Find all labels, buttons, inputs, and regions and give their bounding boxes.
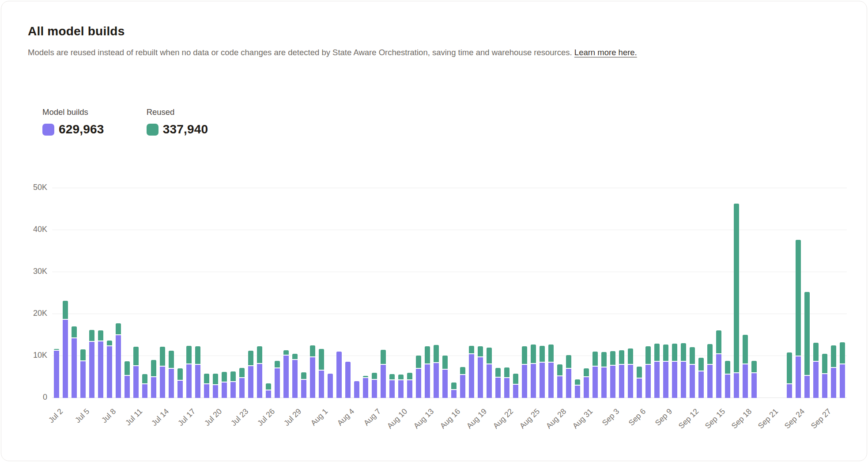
stacked-bar[interactable] xyxy=(292,354,298,398)
bar-segment-reused[interactable] xyxy=(725,361,730,374)
stacked-bar[interactable] xyxy=(266,383,271,398)
bar-segment-builds[interactable] xyxy=(531,364,536,398)
stacked-bar[interactable] xyxy=(80,349,86,398)
bar-segment-builds[interactable] xyxy=(292,360,298,398)
bar-segment-reused[interactable] xyxy=(504,367,509,377)
bar-segment-builds[interactable] xyxy=(222,382,227,398)
bar-segment-reused[interactable] xyxy=(89,330,94,341)
bar-segment-builds[interactable] xyxy=(125,376,130,398)
bar-segment-builds[interactable] xyxy=(451,390,457,398)
bar-segment-reused[interactable] xyxy=(813,343,819,361)
bar-segment-reused[interactable] xyxy=(266,383,271,390)
bar-segment-builds[interactable] xyxy=(416,369,421,398)
bar-segment-builds[interactable] xyxy=(107,346,112,398)
bar-segment-builds[interactable] xyxy=(637,379,642,398)
bar-segment-builds[interactable] xyxy=(654,362,660,398)
bar-segment-builds[interactable] xyxy=(398,380,404,398)
learn-more-link[interactable]: Learn more here. xyxy=(574,48,637,57)
stacked-bar[interactable] xyxy=(548,345,554,398)
stacked-bar[interactable] xyxy=(328,374,333,398)
bar-segment-reused[interactable] xyxy=(186,346,192,364)
bar-segment-reused[interactable] xyxy=(372,373,377,379)
bar-segment-reused[interactable] xyxy=(319,349,324,370)
bar-segment-builds[interactable] xyxy=(804,376,810,398)
bar-segment-reused[interactable] xyxy=(310,345,315,356)
bar-segment-reused[interactable] xyxy=(398,375,404,379)
bar-segment-builds[interactable] xyxy=(381,365,386,398)
bar-segment-reused[interactable] xyxy=(442,356,448,369)
bar-segment-builds[interactable] xyxy=(513,385,518,398)
bar-segment-reused[interactable] xyxy=(601,352,607,367)
bar-segment-builds[interactable] xyxy=(787,384,792,398)
bar-segment-builds[interactable] xyxy=(707,365,713,398)
bar-segment-builds[interactable] xyxy=(72,338,77,398)
stacked-bar[interactable] xyxy=(125,361,130,398)
bar-segment-reused[interactable] xyxy=(107,341,112,345)
bar-segment-builds[interactable] xyxy=(177,381,183,398)
stacked-bar[interactable] xyxy=(398,375,404,398)
bar-segment-builds[interactable] xyxy=(840,364,845,398)
stacked-bar[interactable] xyxy=(230,371,236,398)
bar-segment-reused[interactable] xyxy=(301,372,306,379)
bar-segment-builds[interactable] xyxy=(796,356,801,398)
bar-segment-builds[interactable] xyxy=(204,384,209,398)
bar-segment-reused[interactable] xyxy=(796,240,801,356)
stacked-bar[interactable] xyxy=(504,367,509,398)
bar-segment-builds[interactable] xyxy=(504,378,509,398)
stacked-bar[interactable] xyxy=(257,346,262,398)
stacked-bar[interactable] xyxy=(690,347,695,398)
bar-segment-builds[interactable] xyxy=(186,364,192,398)
stacked-bar[interactable] xyxy=(425,346,430,398)
stacked-bar[interactable] xyxy=(98,330,103,398)
bar-segment-builds[interactable] xyxy=(142,384,147,398)
bar-segment-reused[interactable] xyxy=(222,372,227,382)
stacked-bar[interactable] xyxy=(469,346,474,398)
bar-segment-reused[interactable] xyxy=(248,351,253,365)
bar-segment-builds[interactable] xyxy=(522,365,527,398)
stacked-bar[interactable] xyxy=(248,351,253,398)
bar-segment-reused[interactable] xyxy=(425,346,430,364)
stacked-bar[interactable] xyxy=(407,373,412,398)
bar-segment-reused[interactable] xyxy=(469,346,474,353)
stacked-bar[interactable] xyxy=(601,352,607,398)
stacked-bar[interactable] xyxy=(213,374,218,398)
bar-segment-reused[interactable] xyxy=(619,350,624,364)
stacked-bar[interactable] xyxy=(840,342,845,398)
bar-segment-reused[interactable] xyxy=(160,347,165,366)
bar-segment-builds[interactable] xyxy=(716,354,721,398)
bar-segment-reused[interactable] xyxy=(478,346,483,356)
bar-segment-reused[interactable] xyxy=(734,204,739,372)
stacked-bar[interactable] xyxy=(186,346,192,398)
stacked-bar[interactable] xyxy=(751,361,757,398)
bar-segment-reused[interactable] xyxy=(840,342,845,364)
bar-segment-reused[interactable] xyxy=(628,348,633,364)
bar-segment-builds[interactable] xyxy=(80,361,86,398)
stacked-bar[interactable] xyxy=(663,345,668,398)
bar-segment-reused[interactable] xyxy=(142,374,147,383)
bar-segment-builds[interactable] xyxy=(54,351,59,398)
stacked-bar[interactable] xyxy=(389,374,395,398)
bar-segment-reused[interactable] xyxy=(654,344,660,361)
bar-segment-builds[interactable] xyxy=(743,364,748,398)
bar-segment-reused[interactable] xyxy=(566,355,571,368)
bar-segment-builds[interactable] xyxy=(495,378,501,398)
bar-segment-reused[interactable] xyxy=(787,352,792,383)
stacked-bar[interactable] xyxy=(177,368,183,398)
bar-segment-reused[interactable] xyxy=(292,354,298,359)
bar-segment-builds[interactable] xyxy=(557,376,562,398)
bar-segment-reused[interactable] xyxy=(663,345,668,361)
bar-segment-reused[interactable] xyxy=(451,382,457,389)
bar-segment-reused[interactable] xyxy=(831,345,836,367)
bar-segment-reused[interactable] xyxy=(98,330,103,341)
bar-segment-reused[interactable] xyxy=(434,345,439,362)
bar-segment-builds[interactable] xyxy=(593,367,598,398)
stacked-bar[interactable] xyxy=(566,355,571,398)
stacked-bar[interactable] xyxy=(275,361,280,398)
stacked-bar[interactable] xyxy=(716,330,721,398)
bar-segment-builds[interactable] xyxy=(725,375,730,398)
bar-segment-reused[interactable] xyxy=(522,346,527,364)
bar-segment-reused[interactable] xyxy=(416,356,421,368)
bar-segment-builds[interactable] xyxy=(434,363,439,398)
stacked-bar[interactable] xyxy=(487,348,492,398)
bar-segment-reused[interactable] xyxy=(584,368,589,376)
